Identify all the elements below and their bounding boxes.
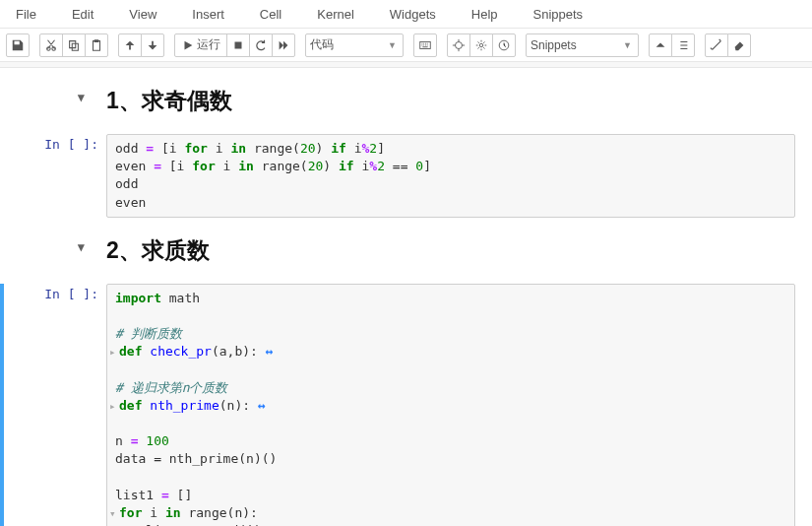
svg-point-2	[456, 41, 463, 48]
list-icon	[676, 38, 690, 52]
code-input[interactable]: import math # 判断质数 ▸def check_pr(a,b): ↔…	[106, 284, 795, 526]
fast-forward-icon	[277, 38, 290, 52]
code-input[interactable]: odd = [i for i in range(20) if i%2] even…	[106, 134, 795, 218]
fold-arrow-icon[interactable]: ↔	[250, 398, 266, 413]
arrow-down-icon	[146, 38, 159, 52]
paste-button[interactable]	[85, 33, 108, 57]
menu-help[interactable]: Help	[454, 3, 516, 26]
celltype-select[interactable]: 代码 ▼	[305, 33, 404, 57]
cut-icon	[44, 38, 58, 52]
code-cell[interactable]: In [ ]: odd = [i for i in range(20) if i…	[0, 134, 812, 218]
heading-2: 2、求质数	[106, 235, 210, 266]
collapse-caret-icon[interactable]: ▼	[78, 240, 85, 266]
menu-view[interactable]: View	[111, 3, 174, 26]
wand-icon	[710, 38, 723, 52]
svg-point-3	[479, 43, 483, 47]
menubar: File Edit View Insert Cell Kernel Widget…	[0, 0, 812, 29]
fold-gutter-icon[interactable]: ▸	[109, 345, 117, 360]
copy-button[interactable]	[62, 33, 86, 57]
codefolding-button[interactable]	[492, 33, 516, 57]
move-up-button[interactable]	[118, 33, 142, 57]
menu-widgets[interactable]: Widgets	[372, 3, 454, 26]
menu-cell[interactable]: Cell	[242, 3, 299, 26]
crosshair-icon	[452, 38, 466, 52]
cut-button[interactable]	[39, 33, 63, 57]
menu-kernel[interactable]: Kernel	[299, 3, 372, 26]
markdown-cell[interactable]: ▼ 2、求质数	[0, 235, 812, 266]
stop-icon	[231, 38, 245, 52]
restart-icon	[254, 38, 268, 52]
in-prompt: In [ ]:	[44, 137, 98, 218]
clock-icon	[497, 38, 511, 52]
toolbar: 运行 代码 ▼ Snippets ▼	[0, 29, 812, 62]
save-button[interactable]	[6, 33, 30, 57]
scratchpad-button[interactable]	[727, 33, 751, 57]
chevron-up-icon	[654, 38, 667, 52]
arrow-up-icon	[123, 38, 137, 52]
eraser-icon	[732, 38, 746, 52]
paste-icon	[90, 38, 103, 52]
snippet-value: Snippets	[531, 38, 577, 52]
in-prompt: In [ ]:	[44, 287, 98, 526]
menu-snippets[interactable]: Snippets	[516, 3, 601, 26]
autopep8-button[interactable]	[705, 33, 728, 57]
menu-file[interactable]: File	[4, 3, 54, 26]
svg-rect-0	[235, 41, 242, 48]
nbextensions-button[interactable]	[469, 33, 493, 57]
celltype-value: 代码	[310, 36, 334, 53]
command-palette-button[interactable]	[413, 33, 437, 57]
fold-arrow-icon[interactable]: ↔	[258, 344, 274, 359]
interrupt-button[interactable]	[226, 33, 250, 57]
play-icon	[181, 38, 195, 52]
save-icon	[11, 38, 25, 52]
menu-insert[interactable]: Insert	[174, 3, 242, 26]
menu-edit[interactable]: Edit	[54, 3, 111, 26]
variable-inspector-button[interactable]	[447, 33, 470, 57]
toggle-header-button[interactable]	[649, 33, 672, 57]
gear-icon	[474, 38, 488, 52]
markdown-cell[interactable]: ▼ 1、求奇偶数	[0, 86, 812, 116]
notebook-container: ▼ 1、求奇偶数 In [ ]: odd = [i for i in range…	[0, 68, 812, 526]
fold-gutter-icon[interactable]: ▾	[109, 506, 117, 521]
move-down-button[interactable]	[141, 33, 164, 57]
run-button[interactable]: 运行	[174, 33, 227, 57]
code-cell[interactable]: In [ ]: import math # 判断质数 ▸def check_pr…	[0, 284, 812, 526]
copy-icon	[67, 38, 81, 52]
fold-gutter-icon[interactable]: ▸	[109, 399, 117, 414]
chevron-down-icon: ▼	[623, 40, 632, 50]
restart-button[interactable]	[249, 33, 273, 57]
heading-1: 1、求奇偶数	[106, 86, 232, 116]
toc-button[interactable]	[671, 33, 695, 57]
collapse-caret-icon[interactable]: ▼	[78, 91, 85, 116]
keyboard-icon	[418, 38, 432, 52]
restart-run-all-button[interactable]	[272, 33, 295, 57]
run-label: 运行	[197, 36, 220, 53]
snippet-select[interactable]: Snippets ▼	[526, 33, 639, 57]
chevron-down-icon: ▼	[388, 40, 397, 50]
